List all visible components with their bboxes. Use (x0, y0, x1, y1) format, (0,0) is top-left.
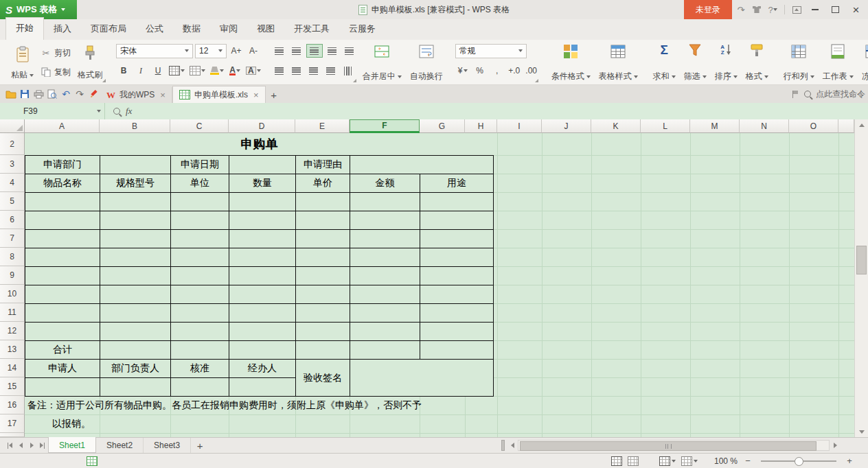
page-break-view-button[interactable] (628, 456, 639, 466)
horizontal-scrollbar-track[interactable] (518, 440, 830, 451)
form-header-cell-5[interactable]: 金额 (350, 174, 420, 193)
increase-indent-button[interactable] (342, 44, 357, 58)
dialog-launcher-icon[interactable] (353, 79, 356, 82)
name-box[interactable]: F39 (0, 103, 105, 119)
percent-button[interactable]: % (472, 64, 488, 78)
zoom-slider[interactable] (761, 460, 836, 462)
column-header-F[interactable]: F (350, 119, 420, 133)
form-item-cell-r12c1[interactable] (100, 322, 171, 341)
form-item-cell-r9c5[interactable] (350, 266, 420, 285)
scroll-up-button[interactable] (855, 119, 868, 130)
column-header-L[interactable]: L (641, 119, 690, 133)
column-header-N[interactable]: N (740, 119, 789, 133)
form-info-cell-1[interactable] (100, 155, 171, 174)
tab-split-handle[interactable] (501, 440, 505, 451)
merge-center-button[interactable]: 合并居中 (358, 40, 406, 84)
form-item-cell-r5c6[interactable] (420, 192, 494, 211)
form-item-cell-r6c3[interactable] (229, 211, 296, 230)
form-sign-value-cell-0[interactable] (25, 377, 100, 397)
column-header-C[interactable]: C (170, 119, 229, 133)
form-item-cell-r12c5[interactable] (350, 322, 420, 341)
form-info-cell-3[interactable] (229, 155, 296, 174)
form-item-cell-r12c3[interactable] (229, 322, 296, 341)
form-total-cell-2[interactable] (170, 340, 229, 360)
bold-button[interactable]: B (116, 64, 131, 78)
form-item-cell-r12c6[interactable] (420, 322, 494, 341)
redo-button[interactable]: ↷ (73, 86, 87, 102)
form-item-cell-r11c0[interactable] (25, 303, 100, 323)
first-sheet-button[interactable] (4, 438, 15, 453)
form-note-2[interactable]: 以报销。 (52, 414, 91, 433)
form-total-cell-0[interactable]: 合计 (25, 340, 100, 360)
form-sign-cell-0[interactable]: 申请人 (25, 359, 100, 378)
status-sheet-icon[interactable] (87, 456, 98, 466)
vertical-scrollbar[interactable] (854, 119, 868, 437)
row-header-3[interactable]: 3 (0, 155, 25, 174)
form-item-cell-r7c4[interactable] (295, 229, 350, 248)
column-header-D[interactable]: D (229, 119, 295, 133)
row-header-13[interactable]: 13 (0, 340, 25, 359)
form-title[interactable]: 申购单 (25, 133, 494, 155)
tab-cloud[interactable]: 云服务 (339, 19, 385, 40)
font-color-button[interactable]: A (227, 64, 242, 78)
column-header-H[interactable]: H (465, 119, 497, 133)
rows-columns-button[interactable]: 行和列 (779, 40, 819, 84)
form-item-cell-r7c3[interactable] (229, 229, 296, 248)
comma-button[interactable]: , (490, 64, 505, 78)
doc-tab-current[interactable]: 申购单模板.xls × (172, 86, 266, 103)
form-item-cell-r9c0[interactable] (25, 266, 100, 285)
row-header-5[interactable]: 5 (0, 192, 25, 211)
form-item-cell-r6c4[interactable] (295, 211, 350, 230)
row-header-17[interactable]: 17 (0, 414, 25, 433)
tab-insert[interactable]: 插入 (44, 19, 81, 40)
tab-dev-tools[interactable]: 开发工具 (284, 19, 339, 40)
form-item-cell-r5c1[interactable] (100, 192, 171, 211)
new-tab-button[interactable]: + (266, 87, 282, 103)
form-item-cell-r11c4[interactable] (295, 303, 350, 323)
scroll-down-button[interactable] (855, 426, 868, 437)
form-item-cell-r9c4[interactable] (295, 266, 350, 285)
magnifier-icon[interactable] (113, 108, 120, 115)
form-info-cell-0[interactable]: 申请部门 (25, 155, 100, 174)
form-item-cell-r11c1[interactable] (100, 303, 171, 323)
zoom-in-button[interactable]: + (845, 456, 854, 466)
justify-button[interactable] (323, 64, 339, 78)
login-button[interactable]: 未登录 (684, 0, 732, 19)
currency-button[interactable]: ¥ (455, 64, 470, 78)
form-sign-cell-1[interactable]: 部门负责人 (100, 359, 171, 378)
form-total-cell-3[interactable] (229, 340, 296, 360)
form-total-cell-6[interactable] (420, 340, 494, 360)
form-item-cell-r8c0[interactable] (25, 248, 100, 267)
form-item-cell-r9c1[interactable] (100, 266, 171, 285)
page-layout-view-button[interactable] (659, 456, 676, 466)
form-sign-value-cell-1[interactable] (100, 377, 171, 397)
form-item-cell-r10c1[interactable] (100, 285, 171, 304)
cut-button[interactable]: ✂剪切 (38, 46, 73, 61)
print-preview-button[interactable] (45, 86, 59, 102)
horizontal-scrollbar-thumb[interactable] (520, 441, 816, 451)
row-header-9[interactable]: 9 (0, 266, 25, 285)
form-item-cell-r12c2[interactable] (170, 322, 229, 341)
row-header-2[interactable]: 2 (0, 133, 25, 155)
prev-sheet-button[interactable] (15, 438, 26, 453)
sum-button[interactable]: Σ 求和 (649, 40, 680, 84)
form-item-cell-r10c5[interactable] (350, 285, 420, 304)
zoom-out-button[interactable]: − (743, 456, 753, 466)
format-button[interactable]: 格式 (742, 40, 773, 84)
form-item-cell-r9c2[interactable] (170, 266, 229, 285)
undo-button[interactable]: ↶ (59, 86, 73, 102)
normal-view-button[interactable] (611, 456, 622, 466)
form-sign-cell-3[interactable]: 经办人 (229, 359, 296, 378)
open-file-button[interactable] (4, 86, 18, 102)
tab-formulas[interactable]: 公式 (136, 19, 173, 40)
form-item-cell-r6c6[interactable] (420, 211, 494, 230)
tab-view[interactable]: 视图 (247, 19, 284, 40)
insert-function-button[interactable]: fx (126, 106, 132, 117)
sheet-tab-sheet3[interactable]: Sheet3 (144, 438, 191, 453)
column-header-M[interactable]: M (690, 119, 740, 133)
row-header-6[interactable]: 6 (0, 211, 25, 229)
scroll-right-button[interactable] (830, 440, 841, 451)
form-item-cell-r5c0[interactable] (25, 192, 100, 211)
sync-icon[interactable]: ↷ (734, 2, 748, 17)
form-item-cell-r11c3[interactable] (229, 303, 296, 323)
